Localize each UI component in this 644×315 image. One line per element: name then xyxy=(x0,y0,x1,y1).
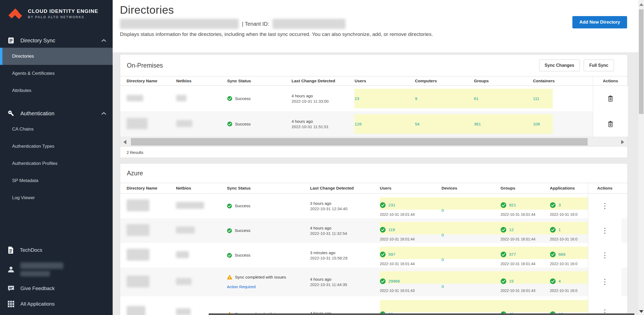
last-change-relative: 4 hours ago xyxy=(292,119,348,124)
sidebar-item-label: Directories xyxy=(12,54,34,59)
groups-sync-time: 2022-10-31 16:01:44 xyxy=(501,237,548,241)
users-count[interactable]: 128 xyxy=(348,122,409,127)
chevron-up-icon[interactable] xyxy=(101,112,106,115)
devices-count[interactable]: 0 xyxy=(441,257,444,262)
horizontal-scrollbar-thumb[interactable] xyxy=(209,313,634,315)
chevron-up-icon[interactable] xyxy=(101,39,106,42)
scroll-down-arrow-icon[interactable] xyxy=(639,310,643,313)
groups-sync-time: 2022-10-31 16:01:44 xyxy=(501,212,548,217)
users-sync-time: 2022-10-31 16:01:44 xyxy=(380,212,435,217)
groups-count[interactable]: 361 xyxy=(468,122,527,127)
sidebar-item-label: Log Viewer xyxy=(12,195,35,201)
kebab-menu-icon[interactable]: ⋮ xyxy=(601,227,609,234)
sidebar-item-authentication-profiles[interactable]: Authentication Profiles xyxy=(0,155,113,172)
col-last-change-detected: Last Change Detected xyxy=(304,186,373,191)
table-row: Success 3 hours ago 2022-10-31 12:34:40 … xyxy=(120,194,627,218)
computers-count[interactable]: 54 xyxy=(409,122,468,127)
col-netbios: Netbios xyxy=(170,186,220,191)
users-count[interactable]: 597 xyxy=(388,252,395,257)
success-check-icon xyxy=(501,278,506,284)
on-premises-table-header: Directory Name Netbios Sync Status Last … xyxy=(120,76,627,86)
success-check-icon xyxy=(380,227,386,233)
sidebar-item-label: Authentication Profiles xyxy=(12,161,57,166)
sidebar-item-techdocs[interactable]: TechDocs xyxy=(0,242,113,258)
users-count[interactable]: 231 xyxy=(388,203,395,207)
groups-count[interactable]: 377 xyxy=(509,252,516,257)
groups-count[interactable]: 61 xyxy=(468,96,527,101)
devices-count[interactable]: 0 xyxy=(441,208,444,213)
page-header: Directories | Tenant ID: Displays status… xyxy=(113,0,638,52)
azure-table-header: Directory Name Netbios Sync Status Last … xyxy=(120,183,627,194)
groups-count[interactable]: 12 xyxy=(509,227,514,232)
applications-count[interactable]: 1 xyxy=(558,227,561,232)
sidebar-item-agents-certificates[interactable]: Agents & Certificates xyxy=(0,65,113,82)
success-check-icon xyxy=(550,251,556,257)
sidebar-item-log-viewer[interactable]: Log Viewer xyxy=(0,189,113,206)
kebab-menu-icon[interactable]: ⋮ xyxy=(601,278,609,286)
scroll-left-arrow-icon[interactable] xyxy=(123,140,126,144)
computers-count[interactable]: 9 xyxy=(409,96,468,101)
kebab-menu-icon[interactable]: ⋮ xyxy=(601,252,609,259)
sidebar-item-label: Agents & Certificates xyxy=(12,71,55,76)
applications-count[interactable]: 669 xyxy=(558,252,565,257)
kebab-menu-icon[interactable]: ⋮ xyxy=(601,202,609,210)
success-check-icon xyxy=(501,202,506,208)
devices-count[interactable]: 0 xyxy=(441,233,444,238)
success-check-icon xyxy=(380,251,386,257)
groups-count[interactable]: 15 xyxy=(509,279,514,284)
sync-changes-button[interactable]: Sync Changes xyxy=(539,60,580,71)
users-count[interactable]: 29966 xyxy=(388,279,400,284)
col-actions: Actions xyxy=(593,76,628,86)
col-sync-status: Sync Status xyxy=(221,79,285,83)
document-icon xyxy=(8,246,14,254)
sidebar-item-sp-metadata[interactable]: SP Metadata xyxy=(0,172,113,189)
sidebar-item-ca-chains[interactable]: CA Chains xyxy=(0,121,113,138)
col-sync-status: Sync Status xyxy=(220,186,304,191)
applications-count[interactable]: 4 xyxy=(558,279,561,284)
on-premises-horizontal-scrollbar[interactable] xyxy=(120,137,627,146)
user-icon xyxy=(8,266,14,273)
sidebar-item-give-feedback[interactable]: Give Feedback xyxy=(0,281,113,296)
nav-group-authentication[interactable]: Authentication xyxy=(0,106,113,121)
containers-count[interactable]: 108 xyxy=(527,122,593,127)
col-directory-name: Directory Name xyxy=(120,79,170,83)
success-check-icon xyxy=(227,228,232,233)
success-check-icon xyxy=(227,121,232,127)
main-content: Directories | Tenant ID: Displays status… xyxy=(113,0,638,315)
success-check-icon xyxy=(227,253,232,258)
status-text: Success xyxy=(235,122,251,127)
directory-name-redacted xyxy=(127,306,145,315)
action-required-link[interactable]: Action Required xyxy=(227,284,304,289)
last-change-time: 2022-10-31 11:44:35 xyxy=(310,282,373,287)
col-users: Users xyxy=(348,79,409,83)
netbios-redacted xyxy=(176,227,195,234)
sidebar-item-authentication-types[interactable]: Authentication Types xyxy=(0,138,113,155)
sidebar-item-directories[interactable]: Directories xyxy=(0,48,113,65)
users-sync-time: 2022-10-31 16:01:44 xyxy=(380,262,435,266)
sidebar-item-all-applications[interactable]: All Applications xyxy=(0,296,113,312)
users-count[interactable]: 23 xyxy=(348,96,409,101)
last-change-time: 2022-10-31 11:33:00 xyxy=(292,99,348,103)
sidebar-user[interactable] xyxy=(0,258,113,281)
sidebar-item-attributes[interactable]: Attributes xyxy=(0,82,113,99)
groups-sync-time: 2022-10-31 16:01:44 xyxy=(501,262,548,266)
sidebar-item-label: CA Chains xyxy=(12,127,34,132)
devices-count[interactable]: 0 xyxy=(441,284,444,289)
applications-count[interactable]: 3 xyxy=(558,203,561,207)
add-new-directory-button[interactable]: Add New Directory xyxy=(572,16,627,28)
last-change-relative: 3 minutes ago xyxy=(310,250,373,255)
scroll-right-arrow-icon[interactable] xyxy=(621,140,624,144)
scroll-up-arrow-icon[interactable] xyxy=(639,3,643,6)
scrollbar-thumb[interactable] xyxy=(131,138,588,146)
nav-group-directory-sync[interactable]: Directory Sync xyxy=(0,33,113,48)
vertical-scrollbar[interactable] xyxy=(638,0,644,315)
delete-trash-icon[interactable] xyxy=(608,121,613,127)
users-count[interactable]: 118 xyxy=(388,227,395,232)
full-sync-button[interactable]: Full Sync xyxy=(584,60,614,71)
account-name-redacted xyxy=(120,19,239,29)
containers-count[interactable]: 111 xyxy=(527,96,593,101)
delete-trash-icon[interactable] xyxy=(608,95,613,102)
groups-count[interactable]: 821 xyxy=(509,203,516,207)
scrollbar-thumb[interactable] xyxy=(639,9,643,114)
users-sync-time: 2022-10-31 16:01:43 xyxy=(380,288,435,293)
